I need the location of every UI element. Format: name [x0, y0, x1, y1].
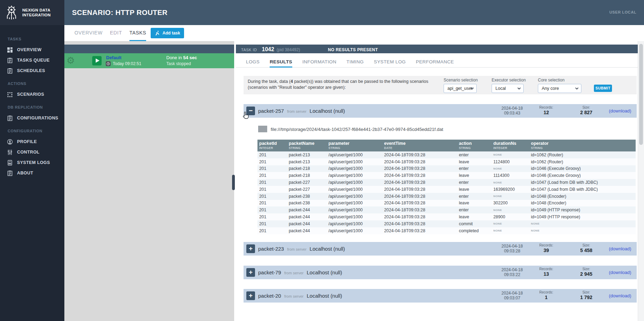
cell-parameter: /api/user/get/1000	[327, 172, 382, 179]
tab-results[interactable]: RESULTS	[270, 57, 292, 68]
cell-packetId: 201	[257, 172, 287, 179]
grid-icon	[7, 47, 13, 53]
cell-eventTime: 2024-04-18T09:03:28	[382, 172, 457, 179]
cell-packetId: 201	[257, 200, 287, 207]
sidebar-item-system-logs[interactable]: LOG SYSTEM LOGS	[0, 157, 64, 168]
add-task-label: Add task	[162, 31, 180, 36]
download-link[interactable]: (download)	[609, 108, 631, 113]
packet-header-257[interactable]: − packet-257 from server Localhost (null…	[244, 104, 637, 118]
tab-information[interactable]: INFORMATION	[302, 57, 336, 68]
vertical-scrollbar[interactable]	[638, 41, 644, 321]
clock-icon	[106, 61, 111, 66]
plus-icon: +	[249, 268, 253, 276]
cell-durationNs: NONE	[492, 179, 529, 186]
cell-parameter: /api/user/get/1000	[327, 193, 382, 200]
scenario-select[interactable]: api_get_user	[444, 84, 477, 93]
packet-table-head: packetIdINTEGERpacketNameSTRINGparameter…	[257, 140, 636, 151]
packet-header-20[interactable]: + packet-20 from server Localhost (null)…	[244, 289, 637, 303]
sidebar-item-label: OVERVIEW	[17, 47, 41, 52]
cell-eventTime: 2024-04-18T09:03:28	[382, 158, 457, 165]
file-color-chip	[258, 126, 267, 132]
scenario-selection-group: Scenario selection api_get_user	[444, 78, 478, 93]
from-server-label: from server	[287, 246, 307, 251]
task-name-link[interactable]: Default	[106, 55, 121, 60]
sidebar-item-label: SCHEDULES	[17, 68, 45, 73]
tab-tasks[interactable]: TASKS	[129, 25, 146, 41]
cell-packetId: 201	[257, 179, 287, 186]
expand-button[interactable]: +	[246, 244, 255, 253]
expand-button[interactable]: +	[246, 268, 255, 277]
chevron-down-icon	[575, 87, 579, 90]
download-link[interactable]: (download)	[609, 246, 631, 251]
tab-performance[interactable]: PERFORMANCE	[416, 57, 454, 68]
packet-header-223[interactable]: + packet-223 from server Localhost (null…	[244, 242, 637, 256]
tab-system-log[interactable]: SYSTEM LOG	[374, 57, 406, 68]
tab-overview[interactable]: OVERVIEW	[74, 25, 103, 41]
tab-timing[interactable]: TIMING	[347, 57, 364, 68]
cell-packetName: packet-213	[287, 158, 327, 165]
cell-packetId: 201	[257, 227, 287, 234]
packet-size: Size:2 827	[569, 105, 604, 115]
chevron-down-icon	[470, 87, 474, 90]
sidebar-item-label: TASKS QUEUE	[17, 58, 50, 63]
results-summary-text: During the task, data (4 packet(s)) was …	[248, 79, 443, 91]
cell-packetName: packet-238	[287, 193, 327, 200]
cell-packetName: packet-244	[287, 213, 327, 220]
task-id-value: 1042	[262, 46, 274, 53]
cell-durationNs: 302200	[492, 200, 529, 207]
cell-operator: NONE	[529, 227, 636, 234]
sidebar-item-about[interactable]: ABOUT	[0, 168, 64, 178]
sidebar-item-tasks-queue[interactable]: TASKS QUEUE	[0, 55, 64, 65]
task-row[interactable]: ⚙ Default Today 09:02:51 Done in 54 sec …	[64, 53, 234, 68]
submit-button[interactable]: SUBMIT	[594, 85, 612, 92]
gear-icon: ⚙	[66, 55, 75, 66]
cell-action: leave	[457, 200, 492, 207]
packet-table-header-row: packetIdINTEGERpacketNameSTRINGparameter…	[257, 140, 636, 151]
logo-block[interactable]: NEXIGN DATA INTEGRATION	[0, 0, 64, 25]
cell-packetName: packet-227	[287, 186, 327, 193]
sidebar-item-configurations[interactable]: CONFIGURATIONS	[0, 113, 64, 123]
core-select[interactable]: Any core	[538, 84, 581, 93]
add-task-button[interactable]: Add task	[151, 28, 184, 38]
download-link[interactable]: (download)	[609, 270, 631, 275]
result-tabs: LOGS RESULTS INFORMATION TIMING SYSTEM L…	[236, 57, 638, 68]
table-row: 201packet-218/api/user/get/10002024-04-1…	[257, 165, 636, 172]
cell-parameter: /api/user/get/1000	[327, 206, 382, 213]
packet-header-79[interactable]: + packet-79 from server Localhost (null)…	[244, 266, 637, 279]
cell-operator: id=1049 (HTTP response)	[529, 206, 636, 213]
sidebar-item-scenarios[interactable]: SCENARIOS	[0, 89, 64, 100]
cell-packetName: packet-244	[287, 220, 327, 227]
tab-logs[interactable]: LOGS	[246, 57, 260, 68]
cell-durationNs: 1124800	[492, 158, 529, 165]
task-id-bar: TASK ID 1042 (pid 384492) NO RESULTS PRE…	[236, 45, 638, 53]
column-header-operator: operatorSTRING	[529, 140, 636, 151]
play-button[interactable]	[92, 56, 102, 65]
expand-button[interactable]: +	[246, 291, 255, 300]
app-window: NEXIGN DATA INTEGRATION TASKS OVERVIEW T…	[0, 0, 644, 321]
sidebar-item-profile[interactable]: PROFILE	[0, 136, 64, 147]
packet-table-body: 201packet-213/api/user/get/10002024-04-1…	[257, 151, 636, 234]
scrollbar-thumb[interactable]	[639, 44, 643, 145]
packet-timestamp: 2024-04-1809:03:43	[495, 106, 530, 116]
cell-action: leave	[457, 158, 492, 165]
cell-eventTime: 2024-04-18T09:03:28	[382, 227, 457, 234]
executor-select[interactable]: Local	[492, 84, 524, 93]
sidebar-item-control[interactable]: CONTROL	[0, 147, 64, 157]
cell-durationNs: 163969200	[492, 186, 529, 193]
cell-packetName: packet-218	[287, 172, 327, 179]
table-row: 201packet-238/api/user/get/10002024-04-1…	[257, 193, 636, 200]
cell-eventTime: 2024-04-18T09:03:28	[382, 165, 457, 172]
sidebar-item-label: SYSTEM LOGS	[17, 160, 50, 165]
tab-edit[interactable]: EDIT	[110, 25, 122, 41]
cell-packetId: 201	[257, 165, 287, 172]
cell-eventTime: 2024-04-18T09:03:28	[382, 193, 457, 200]
download-link[interactable]: (download)	[609, 293, 631, 298]
panel-splitter-handle[interactable]	[232, 175, 235, 190]
sidebar-item-overview[interactable]: OVERVIEW	[0, 45, 64, 55]
packet-records: Records:39	[529, 243, 564, 253]
runner-icon	[154, 30, 160, 36]
sidebar-item-schedules[interactable]: SCHEDULES	[0, 65, 64, 76]
table-row: 201packet-244/api/user/get/10002024-04-1…	[257, 213, 636, 220]
user-badge[interactable]: USER LOCAL	[610, 10, 637, 14]
sliders-icon	[7, 149, 13, 155]
